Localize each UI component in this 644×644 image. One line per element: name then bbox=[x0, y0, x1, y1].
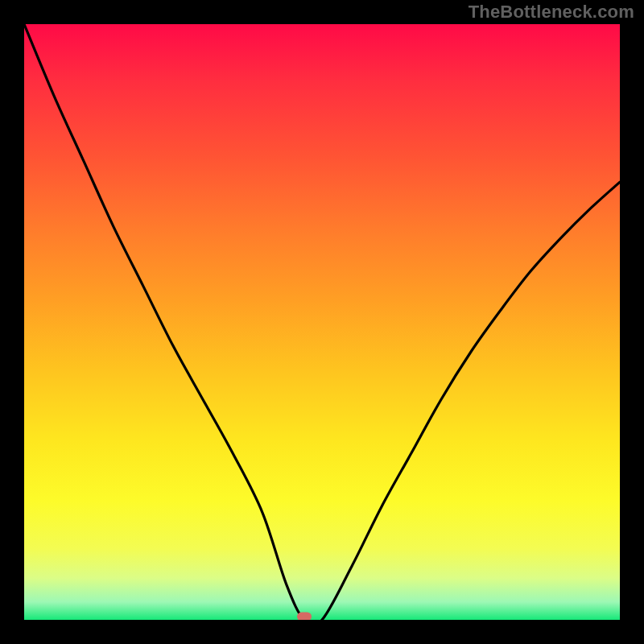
chart-frame: TheBottleneck.com bbox=[0, 0, 644, 644]
bottleneck-curve bbox=[24, 24, 620, 620]
minimum-marker bbox=[297, 613, 312, 621]
watermark-text: TheBottleneck.com bbox=[469, 2, 634, 23]
plot-area bbox=[24, 24, 620, 620]
